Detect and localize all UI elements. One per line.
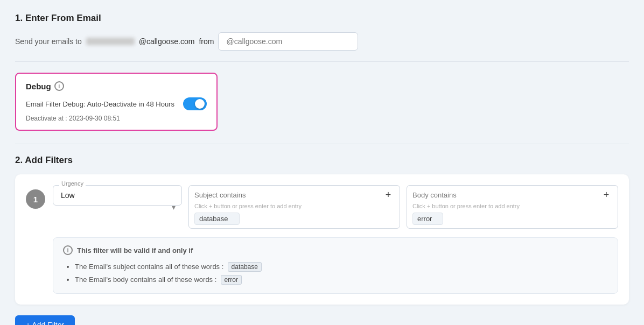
- send-label: Send your emails to: [15, 37, 82, 46]
- from-label: from: [199, 37, 214, 46]
- summary-body-line: The Email's body contains all of these w…: [75, 273, 608, 286]
- subject-tag-list: database: [194, 213, 394, 225]
- subject-tag-label: database: [199, 215, 228, 223]
- body-tag-list: error: [412, 213, 612, 225]
- filter-summary: i This filter will be valid if and only …: [53, 237, 618, 294]
- filter-fields: Urgency Low Medium High Critical ▾ Subje…: [53, 185, 618, 229]
- subject-add-button[interactable]: +: [382, 189, 394, 201]
- summary-list: The Email's subject contains all of thes…: [63, 260, 608, 286]
- summary-body-prefix: The Email's body contains all of these w…: [75, 275, 216, 284]
- summary-subject-tag: database: [228, 262, 262, 272]
- filter-row-1: 1 Urgency Low Medium High Critical ▾: [26, 185, 618, 229]
- summary-header: This filter will be valid if and only if: [77, 246, 193, 255]
- divider-1: [15, 61, 629, 62]
- body-tag-label: error: [417, 215, 432, 223]
- subject-hint: Click + button or press enter to add ent…: [194, 203, 394, 209]
- urgency-label: Urgency: [59, 180, 86, 187]
- summary-subject-line: The Email's subject contains all of thes…: [75, 260, 608, 273]
- urgency-wrapper: Urgency Low Medium High Critical ▾: [53, 185, 182, 229]
- body-tag-error: error: [412, 213, 443, 225]
- divider-2: [15, 144, 629, 144]
- body-add-button[interactable]: +: [600, 189, 612, 201]
- body-hint: Click + button or press enter to add ent…: [412, 203, 612, 209]
- debug-box: Debug i Email Filter Debug: Auto-Deactiv…: [15, 73, 218, 131]
- section1-title: 1. Enter From Email: [15, 13, 629, 24]
- debug-title: Debug i: [26, 81, 207, 91]
- summary-subject-prefix: The Email's subject contains all of thes…: [75, 263, 223, 271]
- body-field-label: Body contains: [412, 191, 457, 199]
- add-filter-button[interactable]: + Add Filter: [15, 315, 75, 325]
- debug-toggle-row: Email Filter Debug: Auto-Deactivate in 4…: [26, 97, 207, 110]
- from-email-input[interactable]: [218, 32, 358, 51]
- subject-field-label: Subject contains: [194, 191, 246, 199]
- from-email-row: Send your emails to @callgoose.com from: [15, 32, 629, 51]
- deactivate-text: Deactivate at : 2023-09-30 08:51: [26, 115, 207, 122]
- subject-field: Subject contains + Click + button or pre…: [188, 185, 400, 229]
- body-field: Body contains + Click + button or press …: [407, 185, 618, 229]
- domain-suffix: @callgoose.com: [139, 37, 195, 46]
- filters-section: 1 Urgency Low Medium High Critical ▾: [15, 174, 629, 305]
- debug-info-icon[interactable]: i: [54, 81, 64, 91]
- subject-tag-database: database: [194, 213, 240, 225]
- filter-number: 1: [26, 189, 45, 209]
- section2-title: 2. Add Filters: [15, 155, 629, 166]
- summary-body-tag: error: [221, 275, 242, 285]
- urgency-select[interactable]: Low Medium High Critical: [53, 185, 182, 206]
- debug-toggle[interactable]: [183, 97, 207, 110]
- debug-toggle-label: Email Filter Debug: Auto-Deactivate in 4…: [26, 100, 174, 108]
- blurred-email: [86, 38, 135, 45]
- summary-info-icon: i: [63, 245, 73, 255]
